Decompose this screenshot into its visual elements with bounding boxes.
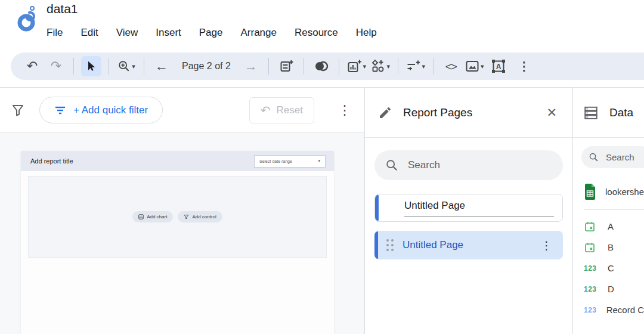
menu-bar: File Edit View Insert Page Arrange Resou… xyxy=(38,24,386,42)
menu-page[interactable]: Page xyxy=(190,24,232,42)
data-source-item[interactable]: lookershe xyxy=(584,184,644,210)
next-page-icon[interactable]: → xyxy=(241,56,261,76)
date-range-label: Select date range xyxy=(259,159,292,163)
filter-icon[interactable] xyxy=(11,103,25,117)
field-item-record-count[interactable]: 123 Record C xyxy=(584,299,644,320)
field-item-a[interactable]: A xyxy=(584,216,644,237)
data-sources-icon xyxy=(583,105,599,120)
redo-icon[interactable]: ↷ xyxy=(46,56,66,76)
field-list: A B 123 xyxy=(581,216,644,320)
date-field-icon xyxy=(584,242,598,253)
add-page-icon[interactable] xyxy=(276,56,296,76)
data-panel-title: Data xyxy=(609,106,633,119)
looker-studio-logo-icon[interactable] xyxy=(14,5,41,33)
previous-page-icon[interactable]: ← xyxy=(151,56,172,76)
menu-view[interactable]: View xyxy=(107,24,147,42)
field-item-c[interactable]: 123 C xyxy=(584,258,644,279)
blend-data-icon[interactable] xyxy=(311,56,332,76)
field-item-d[interactable]: 123 D xyxy=(584,279,644,299)
svg-text:A: A xyxy=(496,63,501,71)
field-item-b[interactable]: B xyxy=(584,237,644,258)
search-placeholder: Search xyxy=(408,159,440,171)
field-name: B xyxy=(608,242,614,252)
toolbar-divider xyxy=(109,58,109,75)
toolbar: ↶ ↷ ▾ ← Page 2 of 2 → xyxy=(11,52,644,80)
main-area: + Add quick filter ↶ Reset ⋮ Add report … xyxy=(0,87,644,334)
toolbar-divider xyxy=(304,58,304,75)
add-quick-filter-label: + Add quick filter xyxy=(73,104,148,116)
reset-undo-icon: ↶ xyxy=(261,103,271,117)
toolbar-more-icon[interactable]: ⋮ xyxy=(514,56,534,76)
field-name: D xyxy=(608,284,614,294)
drag-handle-icon[interactable] xyxy=(386,239,394,251)
data-panel-body: Search lookershe xyxy=(573,138,644,320)
text-box-icon[interactable]: A xyxy=(488,56,509,76)
chevron-down-icon: ▾ xyxy=(132,63,135,70)
community-visualizations-icon[interactable]: ▾ xyxy=(370,56,391,76)
report-page[interactable]: Add report title Select date range ▾ xyxy=(21,151,334,334)
add-quick-filter-button[interactable]: + Add quick filter xyxy=(39,97,163,123)
chart-icon xyxy=(138,214,144,219)
menu-file[interactable]: File xyxy=(38,24,72,42)
page-name: Untitled Page xyxy=(402,239,463,251)
embed-code-icon[interactable]: <> xyxy=(441,56,461,76)
number-field-icon: 123 xyxy=(584,264,598,273)
add-chart-button[interactable]: Add chart xyxy=(132,211,173,222)
filter-bar: + Add quick filter ↶ Reset ⋮ xyxy=(0,88,364,133)
add-chart-icon[interactable]: ▾ xyxy=(346,56,367,76)
page-header-band: Add report title Select date range ▾ xyxy=(21,151,334,171)
page-item-1[interactable]: Untitled Page xyxy=(374,194,563,222)
menu-edit[interactable]: Edit xyxy=(72,24,107,42)
report-title[interactable]: data1 xyxy=(47,2,78,16)
reset-button[interactable]: ↶ Reset xyxy=(249,97,314,123)
toolbar-divider xyxy=(144,58,144,75)
chevron-down-icon: ▾ xyxy=(363,63,367,70)
toolbar-divider xyxy=(398,58,398,75)
data-source-name: lookershe xyxy=(605,187,644,197)
data-panel: Data Search xyxy=(573,88,644,334)
search-icon xyxy=(385,159,398,172)
report-title-placeholder[interactable]: Add report title xyxy=(30,157,73,165)
undo-icon[interactable]: ↶ xyxy=(22,56,42,76)
add-control-button[interactable]: Add control xyxy=(178,211,222,222)
chart-placeholder: Add chart Add control xyxy=(28,176,327,258)
menu-resource[interactable]: Resource xyxy=(286,24,347,42)
toolbar-divider xyxy=(433,58,434,75)
menu-arrange[interactable]: Arrange xyxy=(231,24,285,42)
edit-pencil-icon xyxy=(378,106,392,120)
search-placeholder: Search xyxy=(606,152,634,162)
report-pages-title: Report Pages xyxy=(403,106,472,119)
page-indicator: Page 2 of 2 xyxy=(182,61,231,72)
date-range-control[interactable]: Select date range ▾ xyxy=(254,155,326,168)
quick-filter-lines-icon xyxy=(54,106,66,115)
field-name: A xyxy=(608,221,614,231)
page-name-input[interactable]: Untitled Page xyxy=(404,200,554,217)
chevron-down-icon: ▾ xyxy=(481,63,484,70)
metric-field-icon: 123 xyxy=(584,306,597,314)
close-icon[interactable]: ✕ xyxy=(544,103,559,122)
toolbar-divider xyxy=(73,58,74,75)
report-pages-header: Report Pages ✕ xyxy=(365,88,572,138)
number-field-icon: 123 xyxy=(584,285,598,293)
add-control-label: Add control xyxy=(192,214,216,219)
toolbar-divider xyxy=(268,58,269,75)
add-image-icon[interactable]: ▾ xyxy=(465,56,485,76)
zoom-tool-icon[interactable]: ▾ xyxy=(116,56,137,76)
page-edge-indicator xyxy=(375,194,379,221)
page-more-icon[interactable]: ⋮ xyxy=(537,237,556,253)
page-edge-indicator xyxy=(374,231,378,259)
add-chart-label: Add chart xyxy=(147,214,167,219)
reset-label: Reset xyxy=(277,104,303,116)
pages-search-input[interactable]: Search xyxy=(374,150,563,180)
menu-insert[interactable]: Insert xyxy=(147,24,190,42)
app-header: data1 File Edit View Insert Page Arrange… xyxy=(0,0,644,51)
canvas-column: + Add quick filter ↶ Reset ⋮ Add report … xyxy=(0,88,365,334)
select-cursor-icon[interactable] xyxy=(81,56,101,76)
menu-help[interactable]: Help xyxy=(347,24,386,42)
control-filter-icon xyxy=(184,214,189,219)
filter-bar-more-icon[interactable]: ⋮ xyxy=(336,100,354,120)
canvas-area[interactable]: Add report title Select date range ▾ xyxy=(0,133,364,334)
data-search-input[interactable]: Search xyxy=(581,146,644,168)
add-control-icon[interactable]: ▾ xyxy=(405,56,426,76)
page-item-2-selected[interactable]: Untitled Page ⋮ xyxy=(374,231,563,259)
